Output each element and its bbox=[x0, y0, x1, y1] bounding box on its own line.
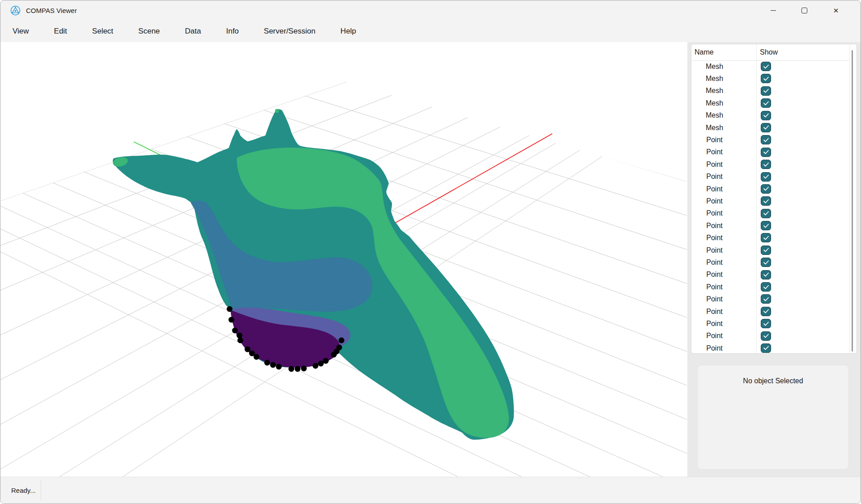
menu-bar: ViewEditSelectSceneDataInfoServer/Sessio… bbox=[0, 21, 861, 42]
table-row[interactable]: Point bbox=[691, 195, 850, 207]
visibility-checkbox[interactable] bbox=[761, 270, 771, 280]
mesh-ear-green-patch bbox=[275, 109, 279, 113]
visibility-checkbox[interactable] bbox=[761, 221, 771, 230]
visibility-checkbox[interactable] bbox=[761, 111, 771, 120]
check-icon bbox=[763, 345, 770, 351]
check-icon bbox=[763, 296, 770, 302]
table-row[interactable]: Mesh bbox=[691, 72, 850, 85]
object-name-cell: Point bbox=[691, 220, 737, 232]
table-row[interactable]: Point bbox=[691, 183, 850, 195]
app-window: COMPAS Viewer ✕ ViewEditSelectSceneDataI… bbox=[0, 0, 861, 504]
visibility-checkbox[interactable] bbox=[761, 172, 771, 182]
table-row[interactable]: Point bbox=[691, 232, 850, 244]
visibility-checkbox[interactable] bbox=[761, 98, 771, 108]
object-name-cell: Mesh bbox=[691, 122, 737, 134]
visibility-checkbox[interactable] bbox=[761, 307, 771, 316]
table-row[interactable]: Mesh bbox=[691, 60, 850, 72]
visibility-checkbox[interactable] bbox=[761, 184, 771, 194]
visibility-checkbox[interactable] bbox=[761, 196, 771, 206]
visibility-checkbox[interactable] bbox=[761, 148, 771, 157]
table-row[interactable]: Point bbox=[691, 342, 850, 353]
menu-item-help[interactable]: Help bbox=[340, 25, 357, 38]
object-name-cell: Mesh bbox=[691, 72, 737, 85]
close-icon: ✕ bbox=[833, 7, 839, 14]
menu-item-edit[interactable]: Edit bbox=[53, 25, 68, 38]
scrollbar-thumb[interactable] bbox=[852, 50, 853, 352]
check-icon bbox=[763, 333, 770, 339]
table-row[interactable]: Point bbox=[691, 281, 850, 293]
table-scrollbar[interactable] bbox=[849, 44, 857, 353]
visibility-checkbox[interactable] bbox=[761, 160, 771, 169]
table-row[interactable]: Point bbox=[691, 171, 850, 183]
object-name-cell: Point bbox=[691, 146, 737, 158]
table-row[interactable]: Point bbox=[691, 305, 850, 318]
table-row[interactable]: Mesh bbox=[691, 97, 850, 109]
visibility-checkbox[interactable] bbox=[761, 135, 771, 144]
visibility-checkbox[interactable] bbox=[761, 209, 771, 218]
visibility-checkbox[interactable] bbox=[761, 123, 771, 132]
check-icon bbox=[763, 210, 770, 216]
object-name-cell: Point bbox=[691, 269, 737, 281]
menu-item-server-session[interactable]: Server/Session bbox=[263, 25, 316, 38]
table-row[interactable]: Point bbox=[691, 330, 850, 342]
visibility-checkbox[interactable] bbox=[761, 319, 771, 328]
visibility-checkbox[interactable] bbox=[761, 343, 771, 353]
maximize-button[interactable] bbox=[794, 0, 814, 20]
object-name-cell: Point bbox=[691, 158, 737, 170]
maximize-icon bbox=[801, 8, 807, 13]
object-name-cell: Point bbox=[691, 305, 737, 318]
visibility-checkbox[interactable] bbox=[761, 246, 771, 255]
check-icon bbox=[763, 100, 770, 106]
visibility-checkbox[interactable] bbox=[761, 258, 771, 267]
status-bar: Ready... bbox=[0, 477, 861, 504]
table-row[interactable]: Point bbox=[691, 293, 850, 305]
menu-item-view[interactable]: View bbox=[12, 25, 30, 38]
table-row[interactable]: Point bbox=[691, 146, 850, 158]
column-header-name: Name bbox=[695, 44, 714, 60]
visibility-checkbox[interactable] bbox=[761, 294, 771, 304]
visibility-checkbox[interactable] bbox=[761, 86, 771, 96]
check-icon bbox=[763, 161, 770, 168]
check-icon bbox=[763, 112, 770, 119]
menu-item-info[interactable]: Info bbox=[225, 25, 239, 38]
menu-item-data[interactable]: Data bbox=[184, 25, 202, 38]
table-row[interactable]: Point bbox=[691, 158, 850, 170]
table-row[interactable]: Mesh bbox=[691, 85, 850, 97]
close-button[interactable]: ✕ bbox=[826, 0, 846, 20]
scene-tree-header: Name Show bbox=[691, 44, 857, 61]
menu-item-scene[interactable]: Scene bbox=[137, 25, 161, 38]
visibility-checkbox[interactable] bbox=[761, 74, 771, 83]
visibility-checkbox[interactable] bbox=[761, 62, 771, 71]
scene-table-body: MeshMeshMeshMeshMeshMeshPointPointPointP… bbox=[691, 60, 850, 353]
status-text: Ready... bbox=[11, 477, 36, 504]
viewport-3d[interactable] bbox=[0, 42, 687, 478]
table-row[interactable]: Point bbox=[691, 134, 850, 146]
check-icon bbox=[763, 247, 770, 253]
object-name-cell: Point bbox=[691, 232, 737, 244]
table-row[interactable]: Point bbox=[691, 244, 850, 256]
table-row[interactable]: Point bbox=[691, 208, 850, 220]
object-name-cell: Point bbox=[691, 318, 737, 330]
title-bar: COMPAS Viewer ✕ bbox=[0, 0, 861, 21]
visibility-checkbox[interactable] bbox=[761, 282, 771, 292]
check-icon bbox=[763, 186, 770, 192]
table-row[interactable]: Point bbox=[691, 269, 850, 281]
scene-tree-panel: Name Show MeshMeshMeshMeshMeshMeshPointP… bbox=[691, 44, 857, 354]
mesh-object[interactable] bbox=[112, 109, 514, 440]
table-row[interactable]: Mesh bbox=[691, 110, 850, 122]
compas-logo-icon bbox=[10, 5, 21, 16]
table-row[interactable]: Mesh bbox=[691, 122, 850, 134]
visibility-checkbox[interactable] bbox=[761, 331, 771, 341]
check-icon bbox=[763, 235, 770, 241]
column-header-show: Show bbox=[760, 44, 778, 60]
object-name-cell: Point bbox=[691, 244, 737, 256]
table-row[interactable]: Point bbox=[691, 220, 850, 232]
object-name-cell: Point bbox=[691, 171, 737, 183]
table-row[interactable]: Point bbox=[691, 256, 850, 268]
check-icon bbox=[763, 88, 770, 94]
menu-item-select[interactable]: Select bbox=[91, 25, 114, 38]
check-icon bbox=[763, 174, 770, 180]
minimize-button[interactable] bbox=[763, 0, 784, 20]
table-row[interactable]: Point bbox=[691, 318, 850, 330]
visibility-checkbox[interactable] bbox=[761, 233, 771, 242]
